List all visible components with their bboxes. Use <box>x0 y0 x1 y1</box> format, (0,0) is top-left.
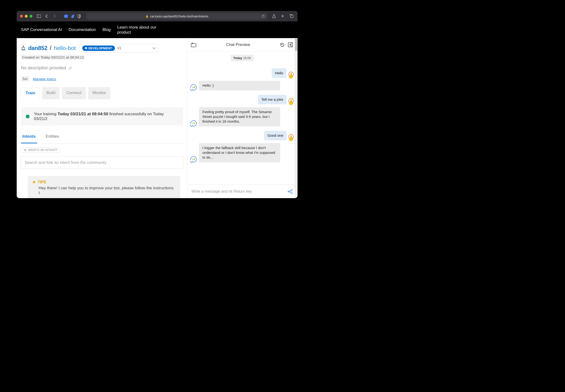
training-status-banner: Your training Today 03/21/21 at 08:04:50… <box>21 107 183 126</box>
close-window-button[interactable] <box>20 15 23 18</box>
nav-documentation[interactable]: Documentation <box>69 28 96 32</box>
environment-badge-label: DEVELOPMENT <box>89 46 112 50</box>
topic-chip-fun[interactable]: fun <box>21 76 29 82</box>
chat-message-user: Hello <box>191 68 294 78</box>
nav-blog[interactable]: Blog <box>103 28 111 32</box>
vertical-scrollbar[interactable] <box>295 38 297 198</box>
svg-point-10 <box>291 73 292 74</box>
svg-rect-6 <box>21 50 25 51</box>
chat-message-list: Today 16:08 Hello i Hello :) <box>188 51 297 184</box>
gear-icon: ✲ <box>24 148 27 152</box>
message-bubble: I trigger the fallback skill because I d… <box>199 143 280 162</box>
reload-button[interactable] <box>262 14 265 18</box>
chat-history-button[interactable] <box>280 42 285 47</box>
bot-avatar-icon <box>191 156 197 162</box>
breadcrumb-bot[interactable]: hello-bot <box>54 45 76 51</box>
scrollbar-thumb[interactable] <box>295 39 297 51</box>
subtab-entities[interactable]: Entities <box>44 132 60 143</box>
tips-card: ★ TIPS Hey there! I can help you to impr… <box>28 176 180 198</box>
extension-icon-2[interactable] <box>71 14 75 18</box>
svg-point-11 <box>291 99 292 101</box>
tips-body: Hey there! I can help you to improve you… <box>32 186 176 195</box>
address-bar[interactable]: 🔒 cai.tools.sap/dan852/hello-bot/train/i… <box>86 13 268 20</box>
train-subtabs: Intents Entities <box>21 132 183 144</box>
breadcrumb: dan852 / hello-bot DEVELOPMENT v1 <box>21 44 183 52</box>
message-bubble: Hello <box>272 68 286 78</box>
chat-collapse-button[interactable] <box>288 42 293 47</box>
manage-topics-link[interactable]: Manage topics <box>33 77 56 81</box>
svg-rect-2 <box>290 15 293 17</box>
chat-input-area <box>188 184 297 198</box>
message-bubble: Good one <box>264 131 286 140</box>
edit-description-button[interactable] <box>68 66 72 70</box>
tips-title: TIPS <box>38 180 46 184</box>
subtab-intents[interactable]: Intents <box>21 132 37 143</box>
browser-chrome: 🔒 cai.tools.sap/dan852/hello-bot/train/i… <box>17 11 297 21</box>
browser-window: 🔒 cai.tools.sap/dan852/hello-bot/train/i… <box>17 11 297 198</box>
message-bubble: Feeling pretty proud of myself. The Sesa… <box>199 107 280 126</box>
extension-icon-1[interactable] <box>64 14 68 18</box>
url-text: cai.tools.sap/dan852/hello-bot/train/int… <box>150 14 208 18</box>
environment-selector[interactable]: DEVELOPMENT v1 <box>80 44 158 52</box>
forward-button[interactable] <box>53 14 58 18</box>
created-timestamp: Created on Today 03/21/21 at 08:04:12 <box>21 55 85 60</box>
shield-icon[interactable] <box>77 14 82 18</box>
brand-label: SAP Conversational AI <box>21 28 62 32</box>
message-bubble: Tell me a joke <box>258 95 286 104</box>
minimize-window-button[interactable] <box>25 15 28 18</box>
info-badge-icon[interactable]: i <box>289 101 293 105</box>
chat-preview-panel: Chat Preview Today 16:08 <box>187 38 297 198</box>
svg-rect-0 <box>37 15 41 18</box>
tabs-overview-button[interactable] <box>289 14 294 18</box>
environment-badge: DEVELOPMENT <box>82 45 115 51</box>
chat-message-bot: Feeling pretty proud of myself. The Sesa… <box>191 107 294 126</box>
star-icon: ★ <box>32 180 36 184</box>
chat-header: Chat Preview <box>188 38 297 51</box>
sidebar-toggle-icon[interactable] <box>37 14 42 18</box>
tab-train[interactable]: Train <box>21 87 40 99</box>
svg-point-3 <box>23 46 24 47</box>
chat-screen-icon[interactable] <box>191 42 196 47</box>
breadcrumb-separator: / <box>50 45 51 51</box>
info-badge-icon[interactable]: i <box>289 137 293 141</box>
main-tabs: Train Build Connect Monitor <box>21 87 183 99</box>
version-label: v1 <box>117 46 121 50</box>
message-bubble: Hello :) <box>199 81 280 90</box>
new-tab-button[interactable] <box>281 14 286 18</box>
back-button[interactable] <box>45 14 50 18</box>
chat-title: Chat Preview <box>196 42 280 47</box>
chat-message-bot: I trigger the fallback skill because I d… <box>191 143 294 162</box>
chevron-down-icon <box>152 47 156 49</box>
svg-point-12 <box>291 136 292 137</box>
lock-icon: 🔒 <box>145 15 149 18</box>
status-success-icon <box>26 114 30 118</box>
chat-message-user: Good one <box>191 131 294 140</box>
bot-avatar-icon <box>191 84 197 90</box>
send-button[interactable] <box>287 189 293 194</box>
description-text: No description provided <box>21 66 66 70</box>
bot-avatar-icon <box>191 120 197 126</box>
intent-search-input[interactable] <box>21 156 183 169</box>
app-navbar: SAP Conversational AI Documentation Blog… <box>17 21 297 38</box>
whats-an-intent-button[interactable]: ✲ WHAT'S AN INTENT? <box>21 147 61 153</box>
chat-date-pill: Today 16:08 <box>231 55 254 61</box>
tab-connect[interactable]: Connect <box>62 87 86 99</box>
maximize-window-button[interactable] <box>30 15 32 18</box>
chat-message-input[interactable] <box>192 189 287 194</box>
svg-rect-7 <box>191 43 196 47</box>
robot-icon <box>21 45 26 51</box>
window-controls <box>20 15 32 18</box>
status-text: Your training Today 03/21/21 at 08:04:50… <box>34 112 178 121</box>
breadcrumb-user[interactable]: dan852 <box>28 45 47 51</box>
whats-label: WHAT'S AN INTENT? <box>28 148 58 152</box>
tab-build[interactable]: Build <box>42 87 60 99</box>
chat-message-user: Tell me a joke <box>191 95 294 104</box>
main-pane: dan852 / hello-bot DEVELOPMENT v1 Create… <box>17 38 187 198</box>
share-button[interactable] <box>272 14 277 18</box>
svg-rect-5 <box>22 47 25 50</box>
info-badge-icon[interactable]: i <box>289 75 293 79</box>
nav-learn-more[interactable]: Learn more about our product <box>117 25 160 35</box>
tab-monitor[interactable]: Monitor <box>88 87 110 99</box>
chat-message-bot: Hello :) <box>191 81 294 90</box>
